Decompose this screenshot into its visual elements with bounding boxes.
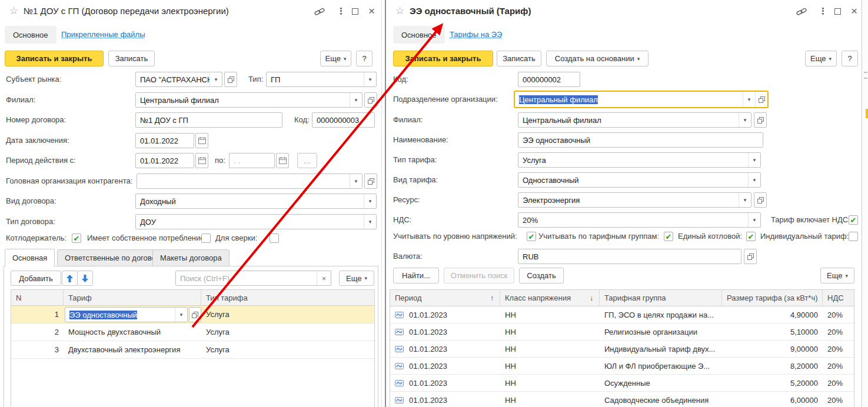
save-close-button[interactable]: Записать и закрыть [393, 51, 493, 66]
table-row[interactable]: 01.01.2023 НН Религиозные организации 5,… [390, 323, 854, 341]
code-field[interactable]: 000000002 [518, 72, 580, 87]
head-org-field[interactable]: ▾ [137, 174, 363, 189]
open-button[interactable] [364, 174, 377, 189]
move-down-button[interactable] [77, 271, 93, 286]
table-row[interactable]: 01.01.2023 НН Садоводческие объединения … [390, 392, 854, 407]
by-tariff-groups-checkbox[interactable]: ✔ [664, 232, 673, 241]
table-row[interactable]: 01.01.2023 НН Осужденные 5,20000 20% [390, 375, 854, 392]
open-icon[interactable] [755, 92, 767, 107]
favorite-star-icon[interactable]: ☆ [9, 5, 18, 17]
column-header-tariff[interactable]: Тариф [64, 290, 201, 305]
dropdown-icon[interactable]: ▾ [364, 72, 376, 86]
create-based-on-button[interactable]: Создать на основании▾ [546, 51, 648, 66]
currency-field[interactable]: RUB [518, 249, 741, 264]
type-field[interactable]: ГП ▾ [266, 72, 377, 87]
calendar-icon[interactable] [276, 153, 289, 168]
window-menu-icon[interactable]: ⋮ [337, 6, 345, 16]
dropdown-icon[interactable]: ▾ [739, 113, 751, 127]
move-up-button[interactable] [62, 271, 78, 286]
favorite-star-icon[interactable]: ☆ [395, 5, 404, 17]
open-button[interactable] [364, 92, 377, 108]
column-header-rate[interactable]: Размер тарифа (за кВт*ч) [722, 290, 823, 306]
dropdown-icon[interactable]: ▾ [209, 72, 222, 86]
calendar-icon[interactable] [195, 133, 208, 148]
search-input[interactable] [176, 274, 317, 283]
help-button[interactable]: ? [356, 51, 373, 66]
tab-main[interactable]: Основное [393, 26, 445, 44]
table-row[interactable]: 3 Двухставочный электроэнергия Услуга [11, 341, 374, 359]
maximize-icon[interactable] [834, 8, 841, 15]
period-to-field[interactable] [229, 153, 275, 168]
grid-more-button[interactable]: Еще▾ [820, 268, 854, 283]
help-button[interactable]: ? [842, 51, 858, 66]
dropdown-icon[interactable]: ▾ [350, 174, 362, 188]
dropdown-icon[interactable]: ▾ [364, 215, 376, 229]
branch-field[interactable]: Центральный филиал ▾ [518, 112, 751, 128]
by-voltage-checkbox[interactable]: ✔ [527, 232, 536, 241]
dropdown-icon[interactable]: ▾ [175, 308, 187, 322]
window-edge-scrollbar[interactable] [862, 0, 868, 407]
add-row-button[interactable]: Добавить [11, 271, 61, 286]
tariff-kind-field[interactable]: Одноставочный ▾ [518, 172, 761, 188]
contract-type-field[interactable]: ДОУ ▾ [135, 214, 377, 229]
market-subject-field[interactable]: ПАО "АСТРАХАНСКАЯ Э ▾ [135, 72, 222, 87]
dropdown-icon[interactable]: ▾ [743, 92, 755, 107]
period-to-input[interactable] [230, 156, 274, 165]
more-button[interactable]: Еще▾ [320, 51, 351, 66]
open-button[interactable] [224, 72, 237, 87]
save-button[interactable]: Записать [497, 51, 541, 66]
save-button[interactable]: Записать [108, 51, 155, 66]
table-row[interactable]: 01.01.2023 НН Индивидуальный тариф двух.… [390, 341, 854, 358]
search-clear-icon[interactable]: × [317, 271, 331, 285]
column-header-group[interactable]: Тарифная группа [600, 290, 722, 306]
name-field[interactable]: ЭЭ одноставочный [518, 132, 763, 148]
window-menu-icon[interactable]: ⋮ [819, 6, 827, 16]
table-row[interactable]: 01.01.2023 НН ЮЛ и ФЛ приобретающие Э...… [390, 358, 854, 375]
column-header-period[interactable]: Период↑ [390, 290, 500, 306]
conclusion-date-field[interactable]: 01.01.2022 [135, 133, 194, 148]
window-divider[interactable] [385, 0, 386, 407]
vat-field[interactable]: 20% ▾ [518, 212, 761, 228]
tariff-type-field[interactable]: Услуга ▾ [518, 152, 761, 168]
own-consumption-checkbox[interactable] [201, 233, 211, 243]
tab-attached-files[interactable]: Прикрепленные файлы [61, 30, 145, 39]
period-from-field[interactable]: 01.01.2022 [135, 153, 194, 168]
calendar-icon[interactable] [195, 153, 208, 168]
single-boiler-checkbox[interactable]: ✔ [746, 232, 756, 241]
get-link-icon[interactable] [314, 7, 325, 18]
tab-main[interactable]: Основное [5, 26, 56, 44]
cancel-search-button[interactable]: Отменить поиск [444, 268, 514, 283]
close-icon[interactable]: × [368, 7, 375, 15]
contract-number-field[interactable]: №1 ДОУ с ГП [135, 112, 282, 128]
column-header-n[interactable]: N [11, 290, 64, 305]
dropdown-icon[interactable]: ▾ [748, 153, 760, 167]
dropdown-icon[interactable]: ▾ [748, 173, 760, 187]
column-header-vat[interactable]: НДС [823, 290, 855, 306]
grid-more-button[interactable]: Еще▾ [339, 271, 374, 286]
get-link-icon[interactable] [796, 7, 807, 18]
maximize-icon[interactable] [352, 8, 358, 15]
period-picker-button[interactable]: … [297, 153, 317, 168]
individual-tariff-checkbox[interactable] [849, 232, 858, 241]
open-button[interactable] [744, 249, 757, 264]
create-button[interactable]: Создать [519, 268, 564, 283]
open-button[interactable] [754, 192, 767, 208]
branch-field[interactable]: Центральный филиал ▾ [135, 92, 363, 108]
open-button[interactable] [189, 307, 201, 322]
dropdown-icon[interactable]: ▾ [748, 213, 760, 227]
division-field[interactable]: Центральный филиал ▾ [514, 91, 769, 108]
page-tab-templates[interactable]: Макеты договора [152, 249, 230, 266]
column-header-voltage[interactable]: Класс напряжения↓ [500, 290, 600, 306]
more-button[interactable]: Еще▾ [805, 51, 837, 66]
tariff-cell-editor[interactable]: ЭЭ одноставочный ▾ [65, 307, 188, 322]
table-row[interactable]: 01.01.2023 НН ГП, ЭСО в целях продажи на… [390, 306, 854, 323]
code-field[interactable]: 0000000003 [312, 112, 375, 128]
find-button[interactable]: Найти... [393, 268, 439, 283]
boiler-holder-checkbox[interactable]: ✔ [72, 233, 81, 243]
page-tab-main[interactable]: Основная [5, 249, 55, 266]
resource-field[interactable]: Электроэнергия ▾ [518, 192, 751, 208]
vat-included-checkbox[interactable]: ✔ [849, 215, 858, 225]
for-check-checkbox[interactable] [270, 233, 279, 243]
dropdown-icon[interactable]: ▾ [739, 193, 751, 207]
column-header-type[interactable]: Тип тарифа [201, 290, 375, 305]
